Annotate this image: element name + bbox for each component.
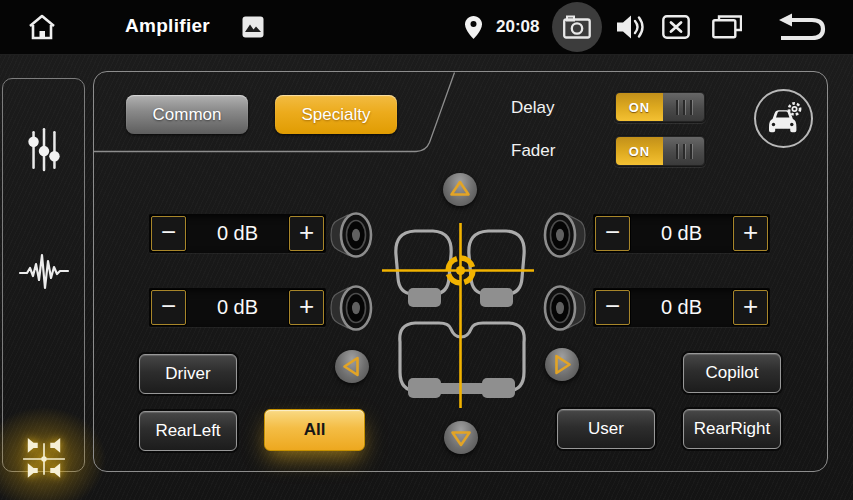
equalizer-icon xyxy=(23,126,65,172)
volume-row-front-right: − 0 dB + xyxy=(593,214,770,253)
preset-copilot-button[interactable]: Copilot xyxy=(683,353,781,393)
sidebar-item-balance-fader[interactable] xyxy=(3,427,84,491)
wallpaper-icon[interactable] xyxy=(242,16,264,38)
clock: 20:08 xyxy=(496,17,539,37)
recent-apps-icon[interactable] xyxy=(712,15,742,39)
preset-rearright-button[interactable]: RearRight xyxy=(683,409,781,449)
car-gear-icon xyxy=(765,101,803,137)
volume-row-rear-left: − 0 dB + xyxy=(149,288,326,327)
fader-label: Fader xyxy=(511,141,555,161)
speaker-icon-rear-left xyxy=(328,282,374,334)
amplifier-panel: Common Specialty Delay Fader ON ON xyxy=(93,71,828,472)
car-settings-button[interactable] xyxy=(754,89,813,148)
move-right-button[interactable] xyxy=(545,348,579,381)
minus-button[interactable]: − xyxy=(595,290,630,325)
plus-button[interactable]: + xyxy=(289,290,324,325)
close-app-icon[interactable] xyxy=(662,15,690,39)
preset-all-button[interactable]: All xyxy=(264,409,365,451)
location-pin-icon xyxy=(464,15,482,39)
sidebar xyxy=(2,78,85,472)
minus-button[interactable]: − xyxy=(151,216,186,251)
tab-specialty[interactable]: Specialty xyxy=(275,95,397,134)
plus-button[interactable]: + xyxy=(733,290,768,325)
minus-button[interactable]: − xyxy=(151,290,186,325)
waveform-icon xyxy=(18,247,70,295)
toggle-on-label: ON xyxy=(616,137,663,165)
volume-value: 0 dB xyxy=(188,296,287,319)
delay-label: Delay xyxy=(511,98,554,118)
volume-row-rear-right: − 0 dB + xyxy=(593,288,770,327)
volume-value: 0 dB xyxy=(632,296,731,319)
back-icon[interactable] xyxy=(776,13,828,43)
speaker-icon-rear-right xyxy=(542,282,588,334)
delay-toggle[interactable]: ON xyxy=(614,91,706,123)
move-up-button[interactable] xyxy=(443,173,477,206)
volume-value: 0 dB xyxy=(188,222,287,245)
sidebar-item-sound-effect[interactable] xyxy=(3,239,84,303)
volume-icon[interactable] xyxy=(616,14,646,40)
minus-button[interactable]: − xyxy=(595,216,630,251)
screenshot-button[interactable] xyxy=(552,2,602,52)
status-bar: Amplifier 20:08 xyxy=(0,0,853,55)
speaker-icon-front-right xyxy=(542,209,588,261)
preset-user-button[interactable]: User xyxy=(557,409,655,449)
preset-driver-button[interactable]: Driver xyxy=(139,354,237,394)
volume-row-front-left: − 0 dB + xyxy=(149,214,326,253)
amplifier-screen: Amplifier 20:08 xyxy=(0,0,853,500)
volume-value: 0 dB xyxy=(632,222,731,245)
toggle-grip xyxy=(663,93,704,121)
plus-button[interactable]: + xyxy=(289,216,324,251)
home-icon[interactable] xyxy=(26,11,58,43)
preset-rearleft-button[interactable]: RearLeft xyxy=(139,411,237,451)
balance-fader-icon xyxy=(21,436,67,482)
sidebar-item-equalizer[interactable] xyxy=(3,117,84,181)
plus-button[interactable]: + xyxy=(733,216,768,251)
toggle-on-label: ON xyxy=(616,93,663,121)
fader-toggle[interactable]: ON xyxy=(614,135,706,167)
move-down-button[interactable] xyxy=(444,421,478,454)
speaker-icon-front-left xyxy=(328,209,374,261)
page-title: Amplifier xyxy=(125,15,210,37)
camera-icon xyxy=(563,15,591,39)
move-left-button[interactable] xyxy=(335,350,369,383)
toggle-grip xyxy=(663,137,704,165)
tab-common[interactable]: Common xyxy=(126,95,248,134)
